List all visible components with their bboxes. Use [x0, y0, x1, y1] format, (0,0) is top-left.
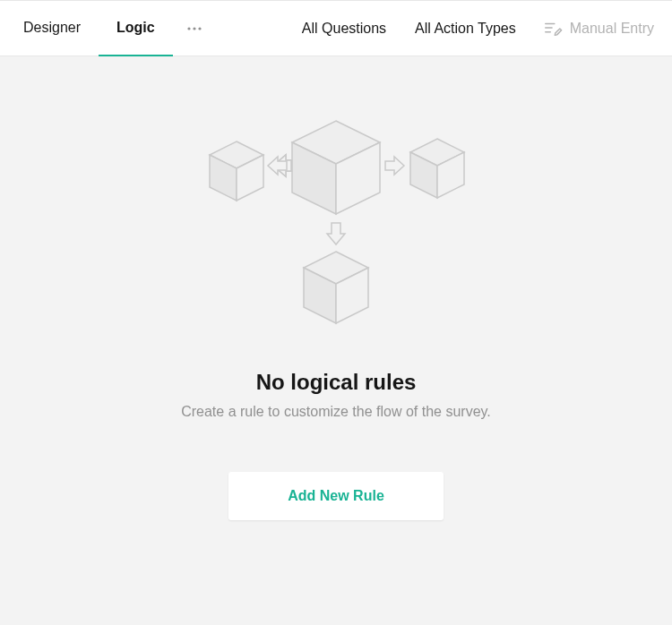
svg-marker-22: [385, 157, 404, 175]
more-tabs-button[interactable]: [173, 1, 216, 56]
cubes-flow-icon: [179, 119, 493, 334]
edit-list-icon: [543, 19, 563, 39]
add-new-rule-button[interactable]: Add New Rule: [228, 472, 444, 520]
svg-point-0: [187, 27, 190, 30]
filters: All Questions All Action Types Manual En…: [288, 1, 658, 56]
filter-all-questions[interactable]: All Questions: [288, 1, 401, 56]
tabs-left: Designer Logic: [5, 1, 216, 56]
tab-designer[interactable]: Designer: [5, 1, 99, 56]
filter-all-questions-label: All Questions: [302, 21, 386, 37]
empty-state-description: Create a rule to customize the flow of t…: [181, 404, 491, 420]
add-new-rule-label: Add New Rule: [288, 488, 384, 503]
empty-state-illustration: [179, 119, 493, 338]
content-area: No logical rules Create a rule to custom…: [0, 56, 672, 625]
tab-logic-label: Logic: [116, 20, 155, 36]
dots-icon: [187, 27, 202, 30]
manual-entry-button[interactable]: Manual Entry: [530, 1, 658, 56]
empty-state-title: No logical rules: [256, 370, 417, 395]
filter-all-action-types[interactable]: All Action Types: [401, 1, 530, 56]
toolbar: Designer Logic All Questions All Action …: [0, 0, 672, 56]
tab-logic[interactable]: Logic: [99, 1, 173, 56]
manual-entry-label: Manual Entry: [570, 21, 654, 37]
svg-point-1: [193, 27, 195, 30]
filter-all-action-types-label: All Action Types: [415, 21, 516, 37]
tab-designer-label: Designer: [23, 20, 81, 36]
svg-point-2: [198, 27, 201, 30]
svg-marker-23: [327, 223, 345, 244]
